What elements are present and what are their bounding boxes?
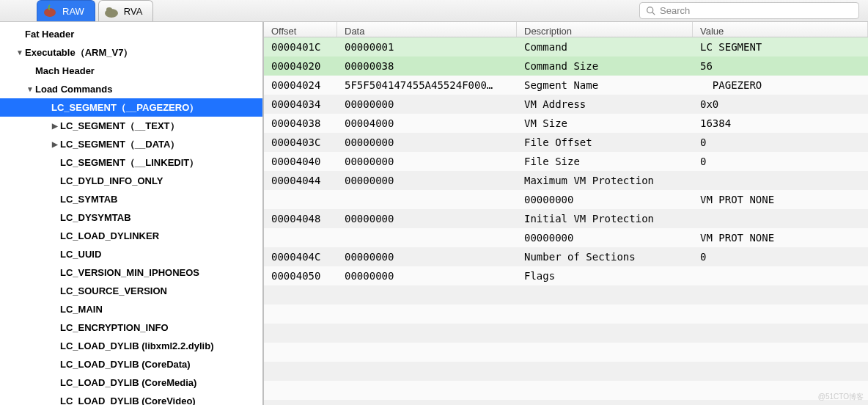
chevron-right-icon[interactable]: ▶	[51, 122, 59, 130]
main-panel: Offset Data Description Value 0000401C00…	[264, 22, 868, 405]
sidebar-item[interactable]: ▶LC_LOAD_DYLIB (CoreVideo)	[0, 392, 263, 405]
col-description[interactable]: Description	[517, 22, 693, 37]
sidebar-item[interactable]: ▼Load Commands	[0, 80, 263, 98]
cell-val: __PAGEZERO	[693, 79, 868, 91]
table-row[interactable]	[264, 343, 868, 362]
sidebar-item-label: LC_SEGMENT（__LINKEDIT）	[60, 156, 199, 169]
table-row[interactable]: 00000000VM_PROT_NONE	[264, 228, 868, 247]
search-icon	[646, 6, 655, 15]
sidebar-item-label: LC_DYSYMTAB	[60, 212, 131, 223]
table-row[interactable]: 0000403800004000VM Size16384	[264, 114, 868, 133]
svg-point-2	[106, 7, 112, 12]
cell-desc: 00000000	[517, 232, 693, 244]
col-value[interactable]: Value	[693, 22, 868, 37]
sidebar-item[interactable]: ▶LC_SEGMENT（__DATA）	[0, 135, 263, 153]
chevron-down-icon[interactable]: ▼	[26, 85, 34, 93]
tab-rva[interactable]: RVA	[98, 0, 154, 21]
table-row[interactable]: 000040245F5F504147455A45524F000…Segment …	[264, 76, 868, 95]
toolbar: RAWRVA Search	[0, 0, 868, 22]
cell-data: 5F5F504147455A45524F000…	[337, 79, 517, 91]
cell-val: 16384	[693, 117, 868, 129]
cell-off: 0000401C	[264, 41, 337, 53]
table-row[interactable]	[264, 362, 868, 381]
table-row[interactable]: 0000402000000038Command Size56	[264, 56, 868, 76]
sidebar-item[interactable]: ▶LC_SYMTAB	[0, 190, 263, 208]
table-row[interactable]	[264, 381, 868, 400]
sidebar-item[interactable]: ▶LC_ENCRYPTION_INFO	[0, 318, 263, 337]
sidebar-item[interactable]: ▶LC_MAIN	[0, 300, 263, 318]
cell-off: 00004050	[264, 270, 337, 282]
sidebar-item-label: LC_SEGMENT（__PAGEZERO）	[51, 101, 199, 114]
sidebar-item[interactable]: ▶LC_SEGMENT（__LINKEDIT）	[0, 153, 263, 172]
cell-data: 00000000	[337, 98, 517, 110]
table-row[interactable]: 0000403C00000000File Offset0	[264, 133, 868, 152]
table-row[interactable]	[264, 304, 868, 324]
table-row[interactable]	[264, 285, 868, 304]
cell-off: 00004038	[264, 117, 337, 129]
cell-off: 00004044	[264, 175, 337, 186]
sidebar-item-label: LC_SYMTAB	[60, 194, 117, 205]
sidebar-item[interactable]: ▶LC_LOAD_DYLIB (CoreMedia)	[0, 373, 263, 392]
sidebar-item-label: LC_LOAD_DYLIB (CoreMedia)	[60, 377, 196, 388]
cell-desc: File Offset	[517, 136, 693, 148]
chevron-right-icon[interactable]: ▶	[51, 140, 59, 148]
cell-desc: File Size	[517, 156, 693, 167]
table-row[interactable]	[264, 400, 868, 405]
table-row[interactable]: 0000405000000000Flags	[264, 266, 868, 285]
table-row[interactable]	[264, 324, 868, 343]
table-row[interactable]: 0000404C00000000Number of Sections0	[264, 247, 868, 266]
cell-val: VM_PROT_NONE	[693, 194, 868, 205]
cell-data: 00000001	[337, 41, 517, 53]
cell-off: 00004020	[264, 60, 337, 72]
cell-off: 0000403C	[264, 136, 337, 148]
col-offset[interactable]: Offset	[264, 22, 337, 37]
cell-val: 0	[693, 136, 868, 148]
sidebar-item-label: LC_SOURCE_VERSION	[60, 285, 167, 296]
tab-label: RAW	[62, 6, 84, 17]
sidebar-item[interactable]: ▶LC_SEGMENT（__TEXT）	[0, 117, 263, 135]
sidebar-item-label: Fat Header	[25, 29, 74, 40]
sidebar-item-label: LC_SEGMENT（__TEXT）	[60, 120, 180, 133]
tab-raw[interactable]: RAW	[37, 0, 95, 21]
cell-data: 00000000	[337, 251, 517, 263]
sidebar-item-label: LC_SEGMENT（__DATA）	[60, 138, 180, 151]
tab-label: RVA	[124, 6, 143, 17]
sidebar-item[interactable]: ▶LC_SOURCE_VERSION	[0, 282, 263, 300]
sidebar-item-label: LC_LOAD_DYLIB (CoreData)	[60, 359, 191, 370]
sidebar-item[interactable]: ▶Fat Header	[0, 25, 263, 43]
sidebar-item[interactable]: ▶LC_LOAD_DYLIB (CoreData)	[0, 355, 263, 373]
table-row[interactable]: 00000000VM_PROT_NONE	[264, 190, 868, 209]
sidebar-item[interactable]: ▶LC_DYLD_INFO_ONLY	[0, 172, 263, 190]
cell-off: 00004048	[264, 213, 337, 225]
svg-line-4	[652, 12, 655, 15]
sidebar-item[interactable]: ▼Executable（ARM_V7）	[0, 43, 263, 62]
col-data[interactable]: Data	[337, 22, 517, 37]
sidebar-item[interactable]: ▶LC_LOAD_DYLINKER	[0, 227, 263, 245]
cell-val: 0	[693, 156, 868, 167]
sidebar-item[interactable]: ▶LC_SEGMENT（__PAGEZERO）	[0, 98, 263, 117]
table-row[interactable]: 0000404000000000File Size0	[264, 152, 868, 171]
sidebar-item[interactable]: ▶LC_DYSYMTAB	[0, 208, 263, 227]
sidebar-item-label: LC_ENCRYPTION_INFO	[60, 322, 169, 333]
chevron-down-icon[interactable]: ▼	[16, 48, 23, 56]
cell-data: 00000000	[337, 175, 517, 186]
app-icon	[42, 3, 58, 19]
sidebar-item-label: LC_MAIN	[60, 304, 103, 315]
sidebar-item[interactable]: ▶LC_UUID	[0, 245, 263, 263]
table-row[interactable]: 0000401C00000001CommandLC_SEGMENT	[264, 37, 868, 56]
search-input[interactable]: Search	[639, 2, 859, 19]
cell-data: 00000038	[337, 60, 517, 72]
sidebar-item-label: LC_DYLD_INFO_ONLY	[60, 175, 163, 186]
sidebar-item[interactable]: ▶LC_VERSION_MIN_IPHONEOS	[0, 263, 263, 282]
cell-off: 00004034	[264, 98, 337, 110]
cell-data: 00000000	[337, 136, 517, 148]
sidebar-item[interactable]: ▶LC_LOAD_DYLIB (libxml2.2.dylib)	[0, 337, 263, 355]
table-row[interactable]: 0000404800000000Initial VM Protection	[264, 209, 868, 228]
table-row[interactable]: 0000403400000000VM Address0x0	[264, 95, 868, 114]
sidebar-item-label: Load Commands	[35, 84, 112, 95]
table-row[interactable]: 0000404400000000Maximum VM Protection	[264, 171, 868, 190]
cell-desc: Command	[517, 41, 693, 53]
sidebar: ▶Fat Header▼Executable（ARM_V7）▶Mach Head…	[0, 22, 264, 405]
sidebar-item[interactable]: ▶Mach Header	[0, 62, 263, 80]
cell-val: 0	[693, 251, 868, 263]
